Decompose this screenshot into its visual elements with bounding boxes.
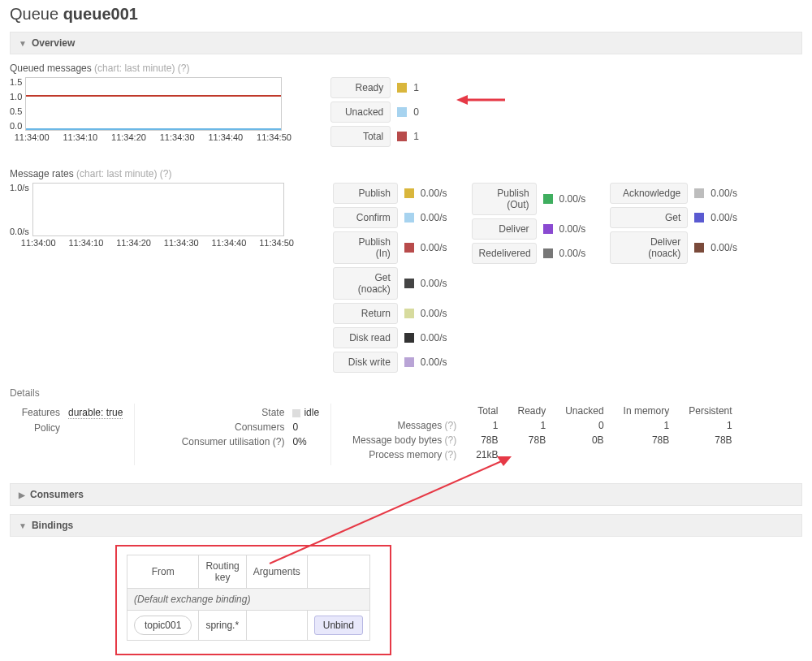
color-swatch-icon bbox=[404, 357, 414, 367]
legend-row: Confirm0.00/s bbox=[333, 207, 447, 228]
legend-row: Disk read0.00/s bbox=[333, 327, 447, 348]
legend-row: Ready1 bbox=[330, 77, 419, 98]
color-swatch-icon bbox=[404, 188, 414, 198]
help-icon[interactable]: (?) bbox=[178, 63, 190, 74]
color-swatch-icon bbox=[694, 213, 704, 222]
chevron-right-icon: ▶ bbox=[19, 490, 25, 499]
legend-row: Deliver0.00/s bbox=[472, 218, 586, 240]
legend-row: Total1 bbox=[330, 126, 419, 147]
color-swatch-icon bbox=[404, 333, 414, 343]
color-swatch-icon bbox=[397, 132, 407, 141]
legend-row: Publish (In)0.00/s bbox=[333, 231, 447, 264]
color-swatch-icon bbox=[694, 243, 704, 253]
color-swatch-icon bbox=[397, 83, 407, 93]
queued-messages-legend: Ready1Unacked0Total1 bbox=[330, 77, 419, 147]
section-bindings[interactable]: ▼ Bindings bbox=[10, 514, 802, 537]
message-rates-title: Message rates (chart: last minute) (?) bbox=[10, 168, 802, 179]
bindings-annotation-box: From Routing key Arguments (Default exch… bbox=[115, 545, 391, 655]
queued-messages-title: Queued messages (chart: last minute) (?) bbox=[10, 63, 802, 74]
chevron-down-icon: ▼ bbox=[19, 521, 27, 530]
help-icon[interactable]: (?) bbox=[160, 168, 172, 179]
legend-row: Get (noack)0.00/s bbox=[333, 267, 447, 300]
legend-row: Disk write0.00/s bbox=[333, 352, 447, 373]
page-title: Queue queue001 bbox=[10, 5, 802, 24]
legend-row: Publish0.00/s bbox=[333, 183, 447, 204]
legend-row: Publish (Out)0.00/s bbox=[472, 183, 586, 215]
legend-row: Deliver (noack)0.00/s bbox=[610, 231, 737, 264]
bindings-table: From Routing key Arguments (Default exch… bbox=[127, 555, 370, 641]
chevron-down-icon: ▼ bbox=[19, 39, 27, 48]
message-rates-chart: 1.0/s 0.0/s 11:34:00 11:34:10 11:34:20 1… bbox=[10, 183, 300, 248]
legend-row: Get0.00/s bbox=[610, 207, 737, 228]
color-swatch-icon bbox=[694, 188, 704, 198]
legend-row: Return0.00/s bbox=[333, 303, 447, 324]
color-swatch-icon bbox=[404, 309, 414, 318]
exchange-link[interactable]: topic001 bbox=[134, 616, 192, 635]
color-swatch-icon bbox=[543, 194, 553, 204]
message-rates-legend: Publish0.00/sConfirm0.00/sPublish (In)0.… bbox=[333, 183, 737, 373]
color-swatch-icon bbox=[543, 248, 553, 258]
unbind-button[interactable]: Unbind bbox=[314, 616, 363, 635]
section-overview[interactable]: ▼ Overview bbox=[10, 32, 802, 54]
legend-row: Unacked0 bbox=[330, 102, 419, 123]
color-swatch-icon bbox=[404, 279, 414, 288]
color-swatch-icon bbox=[404, 243, 414, 253]
color-swatch-icon bbox=[404, 213, 414, 222]
color-swatch-icon bbox=[543, 224, 553, 234]
color-swatch-icon bbox=[397, 107, 407, 117]
details-stats-table: TotalReadyUnackedIn memoryPersistent Mes… bbox=[343, 404, 742, 462]
queued-messages-chart: 1.5 1.0 0.5 0.0 11:34:00 11:34:10 11:34:… bbox=[10, 77, 298, 142]
details-title: Details bbox=[10, 387, 802, 399]
section-consumers[interactable]: ▶ Consumers bbox=[10, 483, 802, 506]
help-icon[interactable]: (?) bbox=[273, 436, 285, 447]
legend-row: Acknowledge0.00/s bbox=[610, 183, 737, 204]
legend-row: Redelivered0.00/s bbox=[472, 243, 586, 264]
